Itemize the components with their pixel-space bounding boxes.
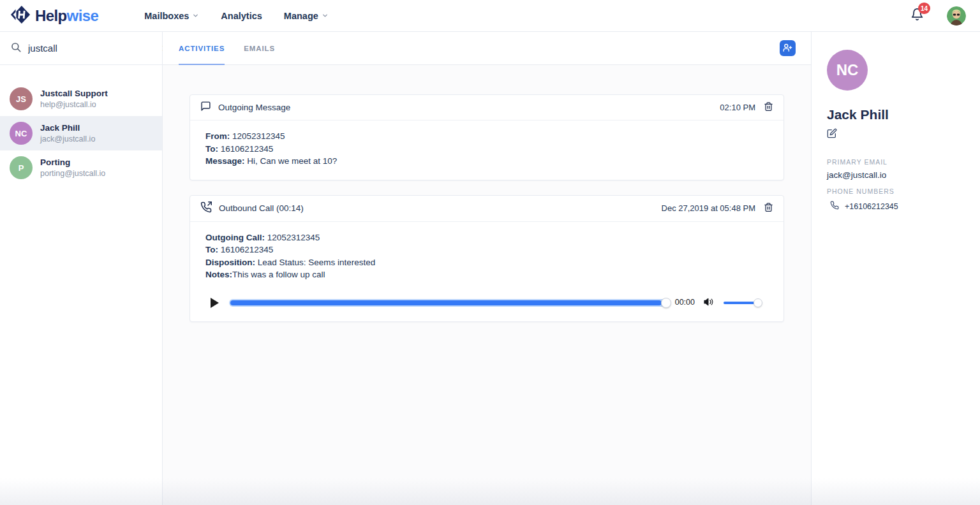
activity-feed: Outgoing Message 02:10 PM From: 12052312… xyxy=(163,65,811,505)
tab-emails[interactable]: EMAILS xyxy=(244,32,275,64)
add-contact-button[interactable] xyxy=(780,40,796,56)
phone-numbers-label: PHONE NUMBERS xyxy=(827,187,967,195)
card-title: Outgoing Message xyxy=(218,103,290,112)
primary-email-value: jack@justcall.io xyxy=(827,170,967,180)
delete-activity-button[interactable] xyxy=(764,202,773,214)
audio-player: 00:00 xyxy=(205,296,768,309)
tab-activities[interactable]: ACTIVITIES xyxy=(179,32,225,64)
card-header: Outgoing Message 02:10 PM xyxy=(190,95,783,121)
contact-avatar: P xyxy=(10,156,33,179)
user-plus-icon xyxy=(783,43,792,54)
chevron-down-icon xyxy=(322,11,329,21)
contact-name: Justcall Support xyxy=(40,89,108,98)
contact-email: jack@justcall.io xyxy=(40,135,95,143)
activity-card-outbound-call: Outbound Call (00:14) Dec 27,2019 at 05:… xyxy=(189,195,784,322)
main-column: ACTIVITIES EMAILS Outgoing Message 02:10… xyxy=(163,32,811,505)
search-icon xyxy=(10,41,22,55)
volume-thumb[interactable] xyxy=(754,298,762,307)
header-right: 14 xyxy=(910,6,966,26)
card-timestamp: Dec 27,2019 at 05:48 PM xyxy=(662,203,755,213)
search-bar: ✕ xyxy=(0,32,162,65)
delete-activity-button[interactable] xyxy=(764,101,773,113)
nav-mailboxes[interactable]: Mailboxes xyxy=(144,11,199,21)
contact-list-item[interactable]: P Porting porting@justcall.io xyxy=(0,150,162,185)
brand-name: Helpwise xyxy=(35,7,98,25)
helpwise-logo-icon xyxy=(10,4,31,27)
notifications-button[interactable]: 14 xyxy=(910,8,924,24)
audio-progress-thumb[interactable] xyxy=(661,298,671,308)
contact-detail-panel: NC Jack Phill PRIMARY EMAIL jack@justcal… xyxy=(811,32,980,505)
nav-manage[interactable]: Manage xyxy=(284,11,329,21)
phone-outgoing-icon xyxy=(200,201,212,216)
card-body: From: 12052312345 To: 16106212345 Messag… xyxy=(190,121,783,180)
field-disposition: Disposition: Lead Status: Seems interest… xyxy=(205,256,768,269)
phone-icon xyxy=(830,201,839,212)
contact-avatar: JS xyxy=(10,87,33,110)
mute-button[interactable] xyxy=(703,296,714,309)
contact-list: JS Justcall Support help@justcall.io NC … xyxy=(0,65,162,185)
contact-email: porting@justcall.io xyxy=(40,169,105,178)
contacts-sidebar: ✕ JS Justcall Support help@justcall.io N… xyxy=(0,32,163,505)
field-to: To: 16106212345 xyxy=(205,244,768,256)
helpwise-logo[interactable]: Helpwise xyxy=(10,4,98,27)
field-from: From: 12052312345 xyxy=(205,130,768,143)
trash-icon xyxy=(764,202,773,214)
message-square-icon xyxy=(200,101,211,114)
top-nav-bar: Helpwise Mailboxes Analytics Manage 14 xyxy=(0,0,980,32)
card-timestamp: 02:10 PM xyxy=(720,103,755,112)
contact-email: help@justcall.io xyxy=(40,100,108,109)
field-to: To: 16106212345 xyxy=(205,143,768,156)
activity-card-outgoing-message: Outgoing Message 02:10 PM From: 12052312… xyxy=(189,94,784,180)
contact-name: Porting xyxy=(40,157,105,167)
field-message: Message: Hi, Can we meet at 10? xyxy=(205,155,768,168)
contact-list-item-selected[interactable]: NC Jack Phill jack@justcall.io xyxy=(0,116,162,150)
volume-slider[interactable] xyxy=(724,302,761,304)
phone-number-value: +16106212345 xyxy=(845,202,898,211)
play-button[interactable] xyxy=(211,298,219,308)
audio-progress-bar[interactable] xyxy=(229,299,671,307)
trash-icon xyxy=(764,101,773,113)
contact-detail-name: Jack Phill xyxy=(827,107,967,122)
main-nav: Mailboxes Analytics Manage xyxy=(144,11,329,21)
nav-analytics[interactable]: Analytics xyxy=(221,11,262,21)
card-header: Outbound Call (00:14) Dec 27,2019 at 05:… xyxy=(190,196,783,222)
card-title: Outbound Call (00:14) xyxy=(219,203,304,213)
chevron-down-icon xyxy=(192,11,199,21)
field-outgoing-call: Outgoing Call: 12052312345 xyxy=(205,231,768,244)
app-body: ✕ JS Justcall Support help@justcall.io N… xyxy=(0,32,980,505)
edit-icon xyxy=(827,128,837,140)
primary-email-label: PRIMARY EMAIL xyxy=(827,158,967,166)
contact-name: Jack Phill xyxy=(40,123,95,133)
card-body: Outgoing Call: 12052312345 To: 161062123… xyxy=(190,222,783,321)
audio-progress-fill xyxy=(230,300,662,305)
tab-bar: ACTIVITIES EMAILS xyxy=(163,32,811,65)
phone-number-row: +16106212345 xyxy=(827,201,967,212)
user-avatar[interactable] xyxy=(947,6,966,26)
field-notes: Notes:This was a follow up call xyxy=(205,268,768,281)
contact-detail-avatar: NC xyxy=(827,50,868,91)
volume-icon xyxy=(703,296,714,309)
contact-list-item[interactable]: JS Justcall Support help@justcall.io xyxy=(0,82,162,116)
contact-avatar: NC xyxy=(10,122,33,145)
notification-badge: 14 xyxy=(918,3,930,14)
elapsed-time: 00:00 xyxy=(675,296,695,309)
search-input[interactable] xyxy=(28,43,155,54)
edit-contact-button[interactable] xyxy=(827,128,837,140)
